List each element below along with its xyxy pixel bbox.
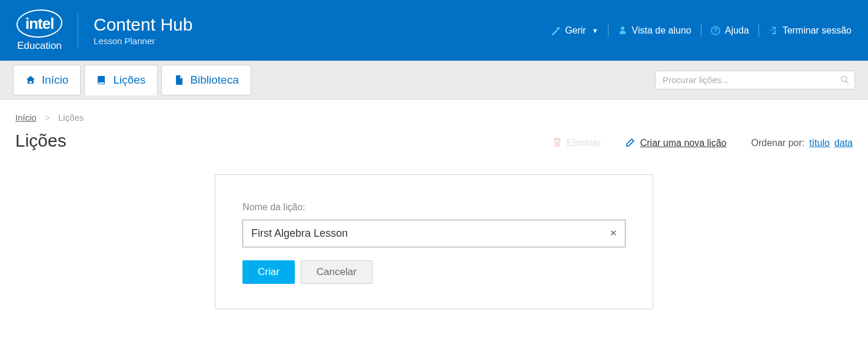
file-icon xyxy=(174,75,184,85)
breadcrumb-separator: > xyxy=(45,112,50,122)
create-lesson-action[interactable]: Criar uma nova lição xyxy=(626,137,727,150)
delete-action: Eliminar xyxy=(553,137,601,149)
tab-library[interactable]: Biblioteca xyxy=(161,65,251,95)
search-input[interactable] xyxy=(655,71,855,90)
app-title: Content Hub xyxy=(94,15,192,35)
intel-education-logo[interactable]: intel Education xyxy=(16,9,62,52)
nav-bar: Início Lições Biblioteca xyxy=(0,61,868,100)
page-title: Lições xyxy=(15,131,66,151)
nav-tabs: Início Lições Biblioteca xyxy=(13,65,251,95)
app-subtitle: Lesson Planner xyxy=(94,36,192,46)
lesson-name-label: Nome da lição: xyxy=(242,202,626,213)
svg-point-0 xyxy=(621,27,624,30)
header-separator xyxy=(701,24,701,37)
intel-logo-text: intel xyxy=(25,14,54,32)
cancel-button[interactable]: Cancelar xyxy=(301,260,373,284)
header-nav: Gerir ▼ Vista de aluno Ajuda Terminar se… xyxy=(551,24,852,37)
sort-label: Ordenar por: xyxy=(751,138,804,148)
tab-lessons[interactable]: Lições xyxy=(84,65,158,95)
tab-home-label: Início xyxy=(42,74,68,87)
tab-lessons-label: Lições xyxy=(113,74,145,87)
search-box xyxy=(655,71,855,90)
create-label: Criar uma nova lição xyxy=(640,138,727,148)
manage-label: Gerir xyxy=(565,25,586,36)
trash-icon xyxy=(553,137,562,149)
help-label: Ajuda xyxy=(725,25,749,36)
book-icon xyxy=(97,75,107,85)
delete-label: Eliminar xyxy=(567,138,601,148)
breadcrumb-current: Lições xyxy=(58,112,84,122)
dialog-buttons: Criar Cancelar xyxy=(242,260,626,284)
wrench-icon xyxy=(551,26,560,35)
sort-by-date[interactable]: data xyxy=(834,138,853,148)
header-divider xyxy=(78,14,78,48)
manage-menu[interactable]: Gerir ▼ xyxy=(551,25,598,36)
page-header: Lições Eliminar Criar uma nova lição Ord… xyxy=(15,131,853,151)
help-link[interactable]: Ajuda xyxy=(711,25,749,36)
lesson-name-field-wrap: ✕ xyxy=(242,220,626,247)
logout-icon xyxy=(769,26,778,35)
tab-library-label: Biblioteca xyxy=(190,74,238,87)
clear-input-icon[interactable]: ✕ xyxy=(610,228,617,239)
breadcrumb: Início > Lições xyxy=(15,112,853,122)
home-icon xyxy=(25,75,36,85)
person-icon xyxy=(618,26,627,35)
education-label: Education xyxy=(17,40,62,52)
edit-icon xyxy=(626,137,636,150)
page-actions: Eliminar Criar uma nova lição Ordenar po… xyxy=(553,137,853,150)
header-separator xyxy=(608,24,608,37)
sort-by-title[interactable]: título xyxy=(809,138,830,148)
tab-home[interactable]: Início xyxy=(13,65,81,95)
student-view-label: Vista de aluno xyxy=(632,25,691,36)
lesson-name-input[interactable] xyxy=(242,220,626,247)
page-content: Início > Lições Lições Eliminar Criar um… xyxy=(0,100,868,322)
sort-controls: Ordenar por: título data xyxy=(751,138,853,148)
svg-point-2 xyxy=(841,76,846,81)
search-icon[interactable] xyxy=(840,75,849,87)
student-view-link[interactable]: Vista de aluno xyxy=(618,25,691,36)
logo-area: intel Education Content Hub Lesson Plann… xyxy=(16,0,192,61)
help-icon xyxy=(711,26,720,35)
logout-label: Terminar sessão xyxy=(783,25,852,36)
app-title-block: Content Hub Lesson Planner xyxy=(94,15,192,46)
header-separator xyxy=(759,24,759,37)
chevron-down-icon: ▼ xyxy=(592,27,598,34)
app-header: intel Education Content Hub Lesson Plann… xyxy=(0,0,868,61)
breadcrumb-home[interactable]: Início xyxy=(15,112,36,122)
create-lesson-dialog: Nome da lição: ✕ Criar Cancelar xyxy=(215,174,653,309)
svg-line-3 xyxy=(846,81,849,83)
create-button[interactable]: Criar xyxy=(242,260,295,284)
logout-link[interactable]: Terminar sessão xyxy=(769,25,852,36)
